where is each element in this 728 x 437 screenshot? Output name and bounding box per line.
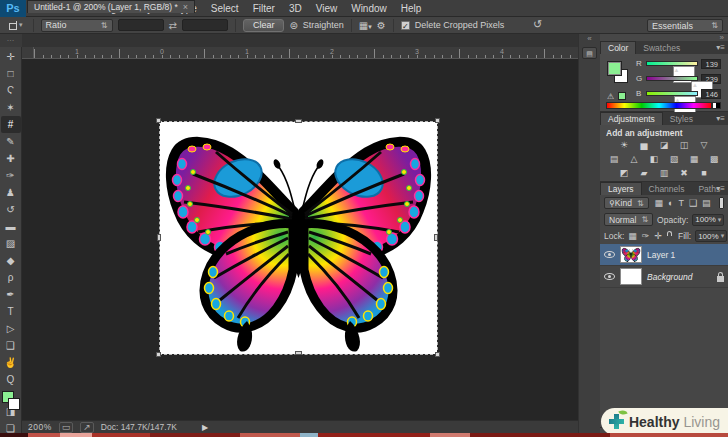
history-panel-icon[interactable]: ▤: [582, 47, 597, 59]
filter-shape-layers-icon[interactable]: ❑: [689, 198, 697, 208]
menu-item[interactable]: Filter: [246, 0, 282, 17]
adj-black-white[interactable]: ◧: [648, 154, 661, 168]
filter-smart-objects-icon[interactable]: ▤: [702, 198, 711, 208]
adj-photo-filter[interactable]: ▧: [668, 154, 681, 168]
menu-item[interactable]: Window: [344, 0, 394, 17]
type-tool[interactable]: T: [1, 303, 21, 320]
tab-channels[interactable]: Channels: [642, 183, 692, 195]
menu-item[interactable]: 3D: [282, 0, 309, 17]
kind-filter-dropdown[interactable]: ⚲ Kind ⇅: [604, 197, 649, 209]
layer-row-background[interactable]: Background: [600, 266, 728, 288]
gear-icon[interactable]: ⚙: [377, 20, 386, 31]
path-selection-tool[interactable]: ▷: [1, 320, 21, 337]
blue-value[interactable]: 146: [701, 89, 721, 99]
menu-item[interactable]: Select: [204, 0, 246, 17]
shape-tool[interactable]: ❑: [1, 337, 21, 354]
layer-name[interactable]: Layer 1: [647, 250, 724, 260]
tab-color[interactable]: Color: [600, 41, 636, 54]
green-slider[interactable]: ▲: [646, 76, 698, 81]
hand-tool[interactable]: ✌: [1, 354, 21, 371]
lock-transparency-icon[interactable]: ▦: [628, 231, 637, 241]
filter-adjustment-layers-icon[interactable]: ◐: [668, 198, 673, 208]
adj-invert[interactable]: ◩: [618, 168, 631, 182]
background-color-swatch[interactable]: [8, 398, 20, 410]
color-spectrum-bar[interactable]: [606, 102, 712, 109]
panel-menu-icon[interactable]: ▾≡: [716, 184, 725, 193]
clone-stamp-tool[interactable]: ♟: [1, 184, 21, 201]
tab-swatches[interactable]: Swatches: [636, 42, 687, 54]
crop-handle-bottom-left[interactable]: [156, 352, 161, 357]
pen-tool[interactable]: ✒: [1, 286, 21, 303]
gamut-warning-icon[interactable]: ⚠: [607, 92, 614, 101]
layer-thumbnail[interactable]: [620, 246, 642, 263]
adj-color-balance[interactable]: △: [628, 154, 641, 168]
adj-levels[interactable]: ▅: [638, 140, 651, 154]
panel-menu-icon[interactable]: ▾≡: [716, 43, 725, 52]
opacity-value[interactable]: 100% ▾: [692, 214, 724, 226]
crop-tool[interactable]: #: [1, 116, 21, 133]
crop-handle-left[interactable]: [157, 234, 161, 241]
clear-button[interactable]: Clear: [243, 19, 285, 32]
blue-slider[interactable]: ▲: [646, 91, 698, 96]
crop-handle-bottom[interactable]: [295, 351, 302, 355]
delete-cropped-label[interactable]: Delete Cropped Pixels: [415, 20, 505, 30]
adj-vibrance[interactable]: ▽: [698, 140, 711, 154]
horizontal-ruler[interactable]: 101234: [34, 47, 578, 59]
lasso-tool[interactable]: Ϛ: [1, 82, 21, 99]
layer-name[interactable]: Background: [647, 272, 712, 282]
crop-tool-badge[interactable]: ▾: [5, 21, 26, 30]
swap-dimensions-icon[interactable]: ⇄: [169, 20, 177, 31]
adj-curves[interactable]: ◪: [658, 140, 671, 154]
crop-handle-top-left[interactable]: [156, 118, 161, 123]
lock-position-icon[interactable]: ✛: [654, 231, 662, 241]
crop-handle-top-right[interactable]: [435, 118, 440, 123]
zoom-level[interactable]: 200%: [28, 422, 52, 432]
collapse-left-icon[interactable]: «: [579, 34, 600, 43]
straighten-icon[interactable]: ⊜: [289, 20, 297, 31]
adobe-drive-icon[interactable]: ▭: [59, 422, 74, 433]
crop-width-input[interactable]: [118, 19, 164, 31]
adj-hue-saturation[interactable]: ▤: [608, 154, 621, 168]
fill-value[interactable]: 100% ▾: [695, 230, 727, 242]
delete-cropped-checkbox[interactable]: ✓: [401, 21, 410, 30]
straighten-label[interactable]: Straighten: [303, 20, 344, 30]
filter-type-layers-icon[interactable]: T: [679, 198, 685, 208]
blend-mode-dropdown[interactable]: Normal ⇅: [604, 213, 653, 226]
foreground-color-swatch[interactable]: [607, 61, 622, 76]
crop-handle-right[interactable]: [434, 234, 438, 241]
brush-tool[interactable]: ✑: [1, 167, 21, 184]
history-brush-tool[interactable]: ↺: [1, 201, 21, 218]
red-slider[interactable]: ▲: [646, 61, 698, 66]
adj-channel-mixer[interactable]: ▦: [688, 154, 701, 168]
zoom-tool[interactable]: Q: [1, 371, 21, 388]
dodge-tool[interactable]: ρ: [1, 269, 21, 286]
adj-gradient-map[interactable]: ■: [698, 168, 711, 182]
filter-toggle-switch[interactable]: [719, 197, 724, 209]
magic-wand-tool[interactable]: ✶: [1, 99, 21, 116]
eyedropper-tool[interactable]: ✎: [1, 133, 21, 150]
adj-threshold[interactable]: ▥: [658, 168, 671, 182]
crop-handle-top[interactable]: [295, 119, 302, 123]
reset-icon[interactable]: ↺: [533, 18, 542, 31]
visibility-eye-icon[interactable]: [604, 251, 615, 258]
black-white-swatch[interactable]: [712, 102, 721, 109]
adj-posterize[interactable]: ▰: [638, 168, 651, 182]
tab-adjustments[interactable]: Adjustments: [600, 112, 663, 125]
ratio-dropdown[interactable]: Ratio ⇅: [41, 19, 113, 32]
adj-brightness-contrast[interactable]: ☀: [618, 140, 631, 154]
panel-menu-icon[interactable]: ▾≡: [716, 114, 725, 123]
gradient-tool[interactable]: ▨: [1, 235, 21, 252]
document-tab[interactable]: Untitled-1 @ 200% (Layer 1, RGB/8) * ×: [27, 0, 195, 13]
adj-exposure[interactable]: ◫: [678, 140, 691, 154]
layer-thumbnail[interactable]: [620, 268, 642, 285]
toolbar-grip[interactable]: …: [0, 34, 22, 47]
tab-layers[interactable]: Layers: [600, 182, 642, 195]
crop-height-input[interactable]: [182, 19, 228, 31]
layer-row-layer1[interactable]: Layer 1: [600, 244, 728, 266]
red-value[interactable]: 139: [701, 59, 721, 69]
filter-pixel-layers-icon[interactable]: ▦: [655, 198, 664, 208]
adj-color-lookup[interactable]: ▩: [708, 154, 721, 168]
menu-item[interactable]: View: [309, 0, 345, 17]
adj-selective-color[interactable]: ✖: [678, 168, 691, 182]
workspace-switcher[interactable]: Essentials ⇅: [647, 19, 723, 32]
